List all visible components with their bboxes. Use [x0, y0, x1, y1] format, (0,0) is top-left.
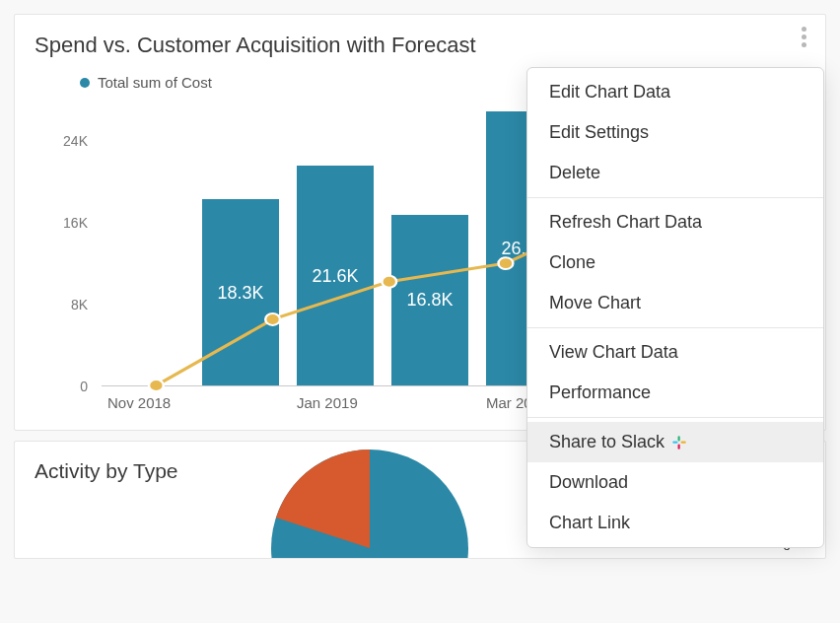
menu-clone[interactable]: Clone — [527, 242, 823, 283]
x-tick — [202, 390, 279, 416]
menu-move-chart[interactable]: Move Chart — [527, 283, 823, 323]
bar: 16.8K — [391, 215, 468, 385]
menu-group: Share to Slack Download Chart Link — [527, 418, 823, 547]
legend-dot-icon — [80, 78, 90, 88]
menu-group: Refresh Chart Data Clone Move Chart — [527, 198, 823, 327]
y-tick: 24K — [63, 133, 88, 149]
kebab-dot — [802, 27, 806, 32]
y-tick: 16K — [63, 215, 88, 231]
x-tick: Nov 2018 — [107, 390, 184, 416]
bar: 21.6K — [297, 166, 374, 385]
svg-rect-9 — [678, 444, 680, 449]
x-tick — [391, 390, 468, 416]
menu-delete[interactable]: Delete — [527, 153, 823, 193]
menu-group: View Chart Data Performance — [527, 328, 823, 417]
menu-edit-settings[interactable]: Edit Settings — [527, 112, 823, 153]
bar-label: 21.6K — [312, 265, 358, 286]
chart-options-button[interactable] — [792, 25, 815, 48]
y-axis: 24K 16K 8K 0 — [44, 101, 96, 386]
bar-label: 18.3K — [217, 282, 263, 303]
bar-label: 16.8K — [406, 290, 453, 311]
menu-share-to-slack[interactable]: Share to Slack — [527, 422, 823, 462]
pie-chart — [271, 450, 468, 559]
bar: 18.3K — [202, 199, 279, 385]
menu-view-chart-data[interactable]: View Chart Data — [527, 332, 823, 373]
slack-icon — [670, 434, 688, 451]
menu-performance[interactable]: Performance — [527, 373, 823, 413]
menu-item-label: Share to Slack — [549, 432, 665, 452]
svg-rect-7 — [681, 441, 686, 443]
kebab-dot — [802, 42, 806, 47]
y-tick: 8K — [71, 297, 88, 312]
chart-options-menu: Edit Chart Data Edit Settings Delete Ref… — [526, 67, 824, 548]
kebab-dot — [802, 35, 806, 39]
legend-label: Total sum of Cost — [98, 74, 212, 91]
menu-edit-chart-data[interactable]: Edit Chart Data — [527, 72, 823, 112]
menu-group: Edit Chart Data Edit Settings Delete — [527, 68, 823, 197]
menu-refresh-chart-data[interactable]: Refresh Chart Data — [527, 202, 823, 242]
menu-download[interactable]: Download — [527, 462, 823, 503]
chart-title: Spend vs. Customer Acquisition with Fore… — [35, 33, 805, 58]
svg-rect-8 — [678, 436, 680, 441]
x-tick: Jan 2019 — [297, 390, 374, 416]
menu-chart-link[interactable]: Chart Link — [527, 503, 823, 543]
svg-rect-6 — [672, 441, 677, 443]
y-tick: 0 — [80, 379, 88, 394]
